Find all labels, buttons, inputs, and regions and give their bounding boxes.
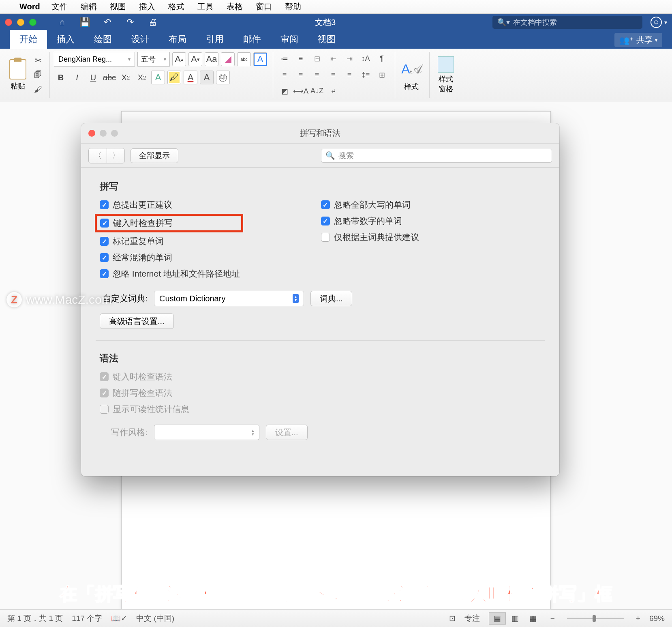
justify-icon[interactable]: ≡ bbox=[326, 68, 340, 82]
enclose-char-icon[interactable]: ㊞ bbox=[216, 71, 230, 84]
close-window-button[interactable] bbox=[5, 19, 12, 26]
styles-pane-button[interactable]: 样式 窗格 bbox=[434, 56, 458, 94]
character-border-icon[interactable]: A bbox=[253, 52, 267, 66]
outline-view-icon[interactable]: ▦ bbox=[524, 612, 541, 625]
zoom-window-button[interactable] bbox=[29, 19, 36, 26]
phonetic-guide-icon[interactable]: abc bbox=[237, 52, 251, 66]
nav-back-button[interactable]: 〈 bbox=[89, 148, 107, 163]
zoom-slider[interactable] bbox=[567, 618, 624, 619]
underline-button[interactable]: U bbox=[86, 71, 100, 84]
show-marks-icon[interactable]: ¶ bbox=[375, 52, 389, 66]
subscript-button[interactable]: X2 bbox=[119, 71, 133, 84]
check-ignore-internet[interactable]: 忽略 Internet 地址和文件路径地址 bbox=[100, 268, 240, 279]
web-layout-view-icon[interactable]: ▥ bbox=[507, 612, 524, 625]
zoom-value[interactable]: 69% bbox=[649, 614, 665, 623]
undo-icon[interactable]: ↶ bbox=[102, 17, 113, 28]
menubar-insert[interactable]: 插入 bbox=[139, 1, 155, 12]
menubar-edit[interactable]: 编辑 bbox=[81, 1, 97, 12]
check-spelling-as-type[interactable]: 键入时检查拼写 bbox=[100, 217, 173, 229]
increase-font-icon[interactable]: A▴ bbox=[172, 52, 186, 66]
home-icon[interactable]: ⌂ bbox=[57, 17, 67, 28]
tab-references[interactable]: 引用 bbox=[196, 30, 233, 49]
language-status[interactable]: 中文 (中国) bbox=[136, 613, 174, 624]
paste-button[interactable]: 粘贴 bbox=[6, 59, 30, 91]
menubar-window[interactable]: 窗口 bbox=[256, 1, 272, 12]
tab-view[interactable]: 视图 bbox=[308, 30, 345, 49]
check-always-suggest[interactable]: 总提出更正建议 bbox=[100, 199, 240, 210]
redo-icon[interactable]: ↷ bbox=[125, 17, 135, 28]
align-right-icon[interactable]: ≡ bbox=[310, 68, 324, 82]
bold-button[interactable]: B bbox=[54, 71, 68, 84]
para-shading-icon[interactable]: ◩ bbox=[277, 84, 292, 99]
text-effects-icon[interactable]: A bbox=[151, 71, 165, 84]
menubar-tools[interactable]: 工具 bbox=[197, 1, 214, 12]
minimize-window-button[interactable] bbox=[17, 19, 24, 26]
page-status[interactable]: 第 1 页，共 1 页 bbox=[7, 613, 63, 624]
profile-caret-icon[interactable]: ▾ bbox=[664, 19, 667, 26]
copy-icon[interactable]: 🗐 bbox=[32, 69, 44, 81]
decrease-font-icon[interactable]: A▾ bbox=[188, 52, 202, 66]
font-color-icon[interactable]: A bbox=[184, 71, 197, 84]
check-flag-repeated[interactable]: 标记重复单词 bbox=[100, 236, 240, 247]
check-ignore-uppercase[interactable]: 忽略全部大写的单词 bbox=[321, 199, 419, 210]
save-icon[interactable]: 💾 bbox=[79, 17, 90, 28]
share-button[interactable]: 👥⁺ 共享 ▾ bbox=[614, 33, 662, 47]
check-ignore-numbers[interactable]: 忽略带数字的单词 bbox=[321, 215, 419, 227]
tab-layout[interactable]: 布局 bbox=[159, 30, 196, 49]
font-name-select[interactable]: DengXian Reg...▾ bbox=[54, 52, 135, 67]
check-confused-words[interactable]: 经常混淆的单词 bbox=[100, 252, 240, 263]
dialog-close-button[interactable] bbox=[88, 130, 95, 137]
spell-check-icon[interactable]: 📖✓ bbox=[111, 614, 127, 623]
align-left-icon[interactable]: ≡ bbox=[277, 68, 292, 82]
zoom-in-button[interactable]: + bbox=[636, 614, 640, 623]
menubar-view[interactable]: 视图 bbox=[110, 1, 126, 12]
clear-format-icon[interactable]: ◢ bbox=[221, 52, 235, 66]
distributed-icon[interactable]: ≡ bbox=[342, 68, 357, 82]
strikethrough-button[interactable]: abc bbox=[103, 71, 116, 84]
word-count[interactable]: 117 个字 bbox=[72, 613, 102, 624]
dialog-search-input[interactable]: 🔍 搜索 bbox=[321, 149, 552, 163]
menubar-file[interactable]: 文件 bbox=[51, 1, 68, 12]
superscript-button[interactable]: X2 bbox=[135, 71, 149, 84]
profile-icon[interactable]: ☺ bbox=[651, 17, 662, 28]
italic-button[interactable]: I bbox=[70, 71, 84, 84]
shading-icon[interactable]: A bbox=[200, 71, 214, 84]
print-layout-view-icon[interactable]: ▤ bbox=[489, 612, 506, 625]
menubar-table[interactable]: 表格 bbox=[227, 1, 243, 12]
tab-insert[interactable]: 插入 bbox=[47, 30, 84, 49]
print-icon[interactable]: 🖨 bbox=[148, 17, 158, 28]
multilevel-list-icon[interactable]: ⊟ bbox=[310, 52, 324, 66]
menubar-format[interactable]: 格式 bbox=[168, 1, 184, 12]
menubar-help[interactable]: 帮助 bbox=[285, 1, 301, 12]
tab-draw[interactable]: 绘图 bbox=[84, 30, 122, 49]
decrease-indent-icon[interactable]: ⇤ bbox=[326, 52, 340, 66]
tab-icon[interactable]: ⤶ bbox=[326, 84, 340, 99]
format-painter-icon[interactable]: 🖌 bbox=[32, 84, 44, 95]
change-case-icon[interactable]: Aa bbox=[205, 52, 218, 66]
tab-review[interactable]: 审阅 bbox=[271, 30, 308, 49]
advanced-lang-button[interactable]: 高级语言设置... bbox=[100, 314, 174, 329]
line-spacing-icon[interactable]: ‡≡ bbox=[358, 68, 373, 82]
check-main-dict-only[interactable]: 仅根据主词典提供建议 bbox=[321, 232, 419, 243]
tab-home[interactable]: 开始 bbox=[10, 30, 47, 49]
document-search-box[interactable]: 🔍▾ 在文档中搜索 bbox=[492, 16, 642, 29]
tab-mailings[interactable]: 邮件 bbox=[233, 30, 271, 49]
styles-button[interactable]: A𝒜 样式 bbox=[399, 58, 424, 92]
zoom-out-button[interactable]: − bbox=[550, 614, 555, 623]
tab-design[interactable]: 设计 bbox=[122, 30, 159, 49]
nav-forward-button[interactable]: 〉 bbox=[107, 148, 124, 163]
font-size-select[interactable]: 五号▾ bbox=[137, 52, 170, 67]
increase-indent-icon[interactable]: ⇥ bbox=[342, 52, 357, 66]
text-direction-icon[interactable]: ↕A bbox=[358, 52, 373, 66]
show-all-button[interactable]: 全部显示 bbox=[131, 148, 178, 163]
focus-label[interactable]: 专注 bbox=[464, 613, 480, 624]
menubar-app-name[interactable]: Word bbox=[19, 2, 40, 11]
numbering-icon[interactable]: ≡ bbox=[293, 52, 308, 66]
highlight-icon[interactable]: 🖊 bbox=[167, 71, 181, 84]
cut-icon[interactable]: ✂ bbox=[32, 55, 44, 66]
align-center-icon[interactable]: ≡ bbox=[293, 68, 308, 82]
sort-icon[interactable]: A↓Z bbox=[310, 84, 324, 99]
bullets-icon[interactable]: ≔ bbox=[277, 52, 292, 66]
custom-dict-select[interactable]: Custom Dictionary ▴▾ bbox=[154, 291, 304, 306]
dictionaries-button[interactable]: 词典... bbox=[310, 291, 352, 306]
